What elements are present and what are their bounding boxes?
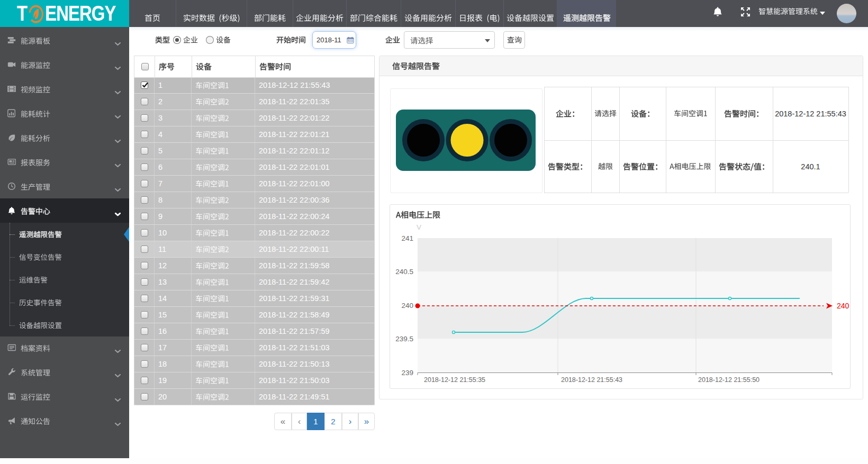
svg-text:240.5: 240.5 bbox=[395, 268, 413, 276]
svg-text:2018-12-12 21:55:35: 2018-12-12 21:55:35 bbox=[424, 376, 485, 384]
svg-text:V: V bbox=[417, 223, 421, 231]
svg-text:240: 240 bbox=[401, 302, 413, 310]
svg-text:2018-12-12 21:55:50: 2018-12-12 21:55:50 bbox=[698, 376, 760, 384]
svg-text:239.5: 239.5 bbox=[395, 335, 413, 343]
svg-text:240: 240 bbox=[837, 302, 849, 310]
svg-text:2018-12-12 21:55:43: 2018-12-12 21:55:43 bbox=[561, 376, 622, 384]
svg-text:239: 239 bbox=[401, 369, 413, 377]
svg-text:241: 241 bbox=[401, 234, 413, 242]
